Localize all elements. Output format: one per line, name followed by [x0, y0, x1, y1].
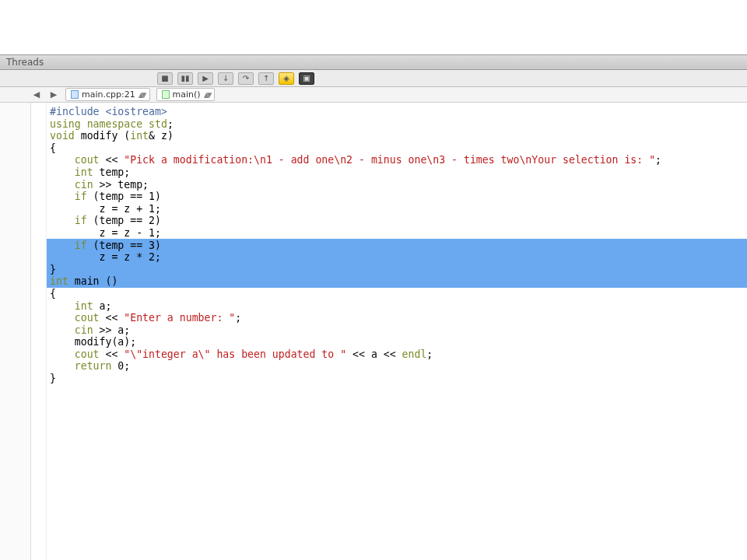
breakpoints-icon: ◈	[283, 74, 289, 82]
play-icon: ▶	[202, 74, 209, 82]
ide-window: Threads ■ ▮▮ ▶ ↓ ↷ ↑ ◈ ▣ ◀ ▶ main.cpp:21…	[0, 0, 747, 560]
document-icon	[71, 90, 79, 99]
nav-back-button[interactable]: ◀	[31, 89, 42, 100]
tab-function-label: main()	[173, 89, 201, 100]
panel-button[interactable]: ▣	[299, 72, 314, 85]
top-blank	[0, 0, 747, 54]
debug-toolbar: ■ ▮▮ ▶ ↓ ↷ ↑ ◈ ▣	[0, 70, 747, 87]
gutter[interactable]	[0, 103, 31, 560]
tab-file-label: main.cpp:21	[82, 89, 135, 100]
play-button[interactable]: ▶	[198, 72, 213, 85]
titlebar: Threads	[0, 54, 747, 70]
stop-icon: ■	[161, 74, 168, 82]
chevron-right-icon: ▶	[51, 89, 57, 100]
step-out-icon: ↑	[263, 74, 269, 82]
pause-icon: ▮▮	[181, 74, 189, 82]
step-out-button[interactable]: ↑	[258, 72, 274, 85]
fold-gutter[interactable]	[31, 103, 47, 560]
breakpoints-button[interactable]: ◈	[279, 72, 294, 85]
titlebar-label: Threads	[6, 57, 44, 68]
step-over-icon: ↷	[243, 74, 249, 82]
step-in-icon: ↓	[223, 74, 229, 82]
chevron-left-icon: ◀	[33, 89, 40, 100]
pause-button[interactable]: ▮▮	[177, 72, 193, 85]
editor-area: #include <iostream>using namespace std;v…	[0, 103, 747, 560]
function-icon	[162, 90, 170, 99]
code-editor[interactable]: #include <iostream>using namespace std;v…	[47, 103, 747, 560]
panel-icon: ▣	[303, 74, 310, 82]
tab-file[interactable]: main.cpp:21 ▲▼	[65, 88, 150, 101]
step-over-button[interactable]: ↷	[238, 72, 254, 85]
tab-stepper-icon: ▲▼	[139, 91, 145, 99]
step-in-button[interactable]: ↓	[218, 72, 233, 85]
nav-forward-button[interactable]: ▶	[48, 89, 59, 100]
stop-button[interactable]: ■	[157, 72, 173, 85]
tab-function[interactable]: main() ▲▼	[156, 88, 216, 101]
editor-tabbar: ◀ ▶ main.cpp:21 ▲▼ main() ▲▼	[0, 87, 747, 103]
code-content: #include <iostream>using namespace std;v…	[47, 106, 747, 385]
tab-stepper-icon: ▲▼	[204, 91, 210, 99]
